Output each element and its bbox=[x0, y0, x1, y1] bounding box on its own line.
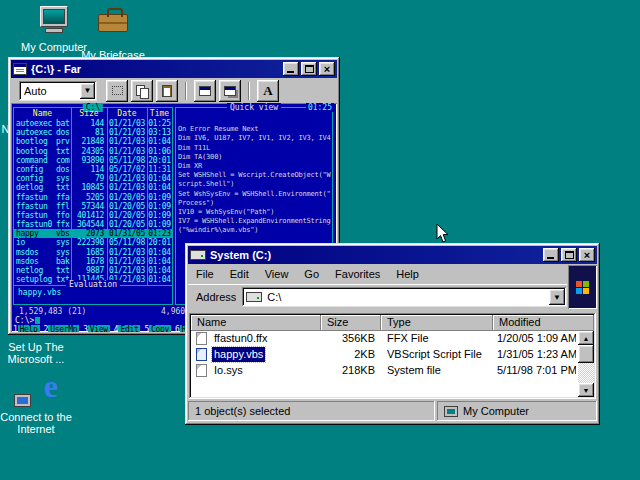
explorer-window: System (C:) × File Edit View Go Favorite… bbox=[185, 243, 600, 425]
menu-item[interactable]: Favorites bbox=[327, 266, 388, 282]
chevron-down-icon[interactable]: ▼ bbox=[549, 289, 565, 305]
column-header-type[interactable]: Type bbox=[381, 315, 493, 331]
file-row[interactable]: bootlogtxt2430501/21/0301:06 bbox=[14, 147, 172, 156]
scroll-down-button[interactable]: ▼ bbox=[578, 383, 594, 397]
window-properties-icon bbox=[199, 86, 211, 96]
explorer-titlebar[interactable]: System (C:) × bbox=[188, 246, 597, 264]
file-row[interactable]: configdos11405/17/0211:31 bbox=[14, 165, 172, 174]
menu-item[interactable]: File bbox=[188, 266, 222, 282]
copy-button[interactable] bbox=[131, 80, 153, 102]
code-line: ("%windir%\avm.vbs") bbox=[178, 226, 331, 235]
keybar-item[interactable]: 2UserMn bbox=[44, 325, 80, 332]
keybar-item[interactable]: 1Help bbox=[13, 325, 40, 332]
briefcase-icon bbox=[95, 14, 131, 46]
drive-icon bbox=[190, 250, 206, 260]
chevron-down-icon[interactable]: ▼ bbox=[80, 83, 95, 99]
file-list: autoexecbat14401/21/0301:25 autoexecdos8… bbox=[14, 119, 172, 284]
file-row[interactable]: configsys7901/21/0301:04 bbox=[14, 174, 172, 183]
windows-logo-icon bbox=[576, 281, 589, 294]
font-size-value: Auto bbox=[24, 85, 47, 97]
minimize-button[interactable] bbox=[283, 62, 299, 76]
scroll-up-button[interactable]: ▲ bbox=[578, 331, 594, 345]
far-file-panel[interactable]: C:\ Name Size Date Time autoexecbat14401… bbox=[13, 107, 173, 305]
keybar-item[interactable]: 3View bbox=[83, 325, 110, 332]
code-line: IV10 = WshSysEnv("Path") bbox=[178, 208, 331, 217]
drive-icon bbox=[246, 292, 262, 302]
my-computer-icon bbox=[444, 406, 458, 417]
paste-button[interactable] bbox=[156, 80, 178, 102]
toolbar-separator bbox=[248, 82, 250, 100]
desktop-icon-connect-internet[interactable]: e Connect to the Internet bbox=[0, 374, 72, 435]
column-header-modified[interactable]: Modified bbox=[493, 315, 594, 331]
code-line: Set WSHShell = Wscript.CreateObject("W bbox=[178, 171, 331, 180]
column-headers: Name Size Type Modified bbox=[191, 315, 594, 331]
file-row[interactable]: msdossys168501/21/0301:04 bbox=[14, 248, 172, 257]
command-line[interactable]: C:\> bbox=[15, 316, 40, 325]
desktop-icon-my-briefcase[interactable]: My Briefcase bbox=[77, 4, 149, 61]
close-button[interactable]: × bbox=[319, 62, 335, 76]
mark-button[interactable] bbox=[106, 80, 128, 102]
code-line: Dim IV6, U187, IV7, IV1, IV2, IV3, IV4 bbox=[178, 134, 331, 143]
file-row[interactable]: ffastunffl5734401/20/0501:09 bbox=[14, 202, 172, 211]
column-header-size[interactable]: Size bbox=[321, 315, 381, 331]
far-window-title: {C:\} - Far bbox=[31, 63, 283, 75]
file-row[interactable]: ffastunffa520501/20/0501:09 bbox=[14, 193, 172, 202]
file-row[interactable]: autoexecdos8101/21/0303:13 bbox=[14, 128, 172, 137]
code-line bbox=[178, 116, 331, 125]
maximize-button[interactable] bbox=[561, 248, 577, 262]
keybar-item[interactable]: 4Edit bbox=[114, 325, 141, 332]
file-row[interactable]: netlogtxt988701/21/0301:04 bbox=[14, 266, 172, 275]
desktop-icon-label: Set Up The Microsoft ... bbox=[0, 341, 72, 365]
menu-item[interactable]: Edit bbox=[222, 266, 257, 282]
font-size-combo[interactable]: Auto ▼ bbox=[19, 81, 97, 101]
background-button[interactable] bbox=[219, 80, 241, 102]
minimize-button[interactable] bbox=[543, 248, 559, 262]
keybar-item[interactable]: 5Copy bbox=[144, 325, 171, 332]
file-icon bbox=[196, 364, 207, 377]
file-rows: ffastun0.ffx 356KB FFX File 1/20/05 1:09… bbox=[191, 331, 578, 397]
quickview-title: Quick view bbox=[227, 103, 281, 112]
vertical-scrollbar[interactable]: ▲ ▼ bbox=[578, 331, 594, 397]
mouse-cursor bbox=[436, 223, 449, 247]
maximize-button[interactable] bbox=[301, 62, 317, 76]
file-row[interactable]: detlogtxt1084501/21/0301:04 bbox=[14, 183, 172, 192]
file-row[interactable]: ffastun0.ffx 356KB FFX File 1/20/05 1:09… bbox=[191, 331, 578, 347]
address-label: Address bbox=[196, 291, 236, 303]
code-line: Dim T11L bbox=[178, 144, 331, 153]
location-status: My Computer bbox=[437, 401, 597, 421]
address-bar: Address C:\ ▼ bbox=[188, 284, 567, 309]
code-line: On Error Resume Next bbox=[178, 125, 331, 134]
current-file-info: happy.vbs bbox=[18, 288, 61, 297]
far-titlebar[interactable]: {C:\} - Far × bbox=[11, 60, 337, 78]
scrollbar-thumb[interactable] bbox=[578, 345, 594, 363]
file-row[interactable]: iosys22239005/11/9820:01 bbox=[14, 238, 172, 247]
file-row[interactable]: ffastun0ffx36454401/20/0501:09 bbox=[14, 220, 172, 229]
windows-logo-box bbox=[568, 265, 597, 309]
selection-status: 1 object(s) selected bbox=[188, 401, 435, 421]
file-row[interactable]: bootlogprv2184801/21/0301:04 bbox=[14, 137, 172, 146]
explorer-window-title: System (C:) bbox=[210, 249, 543, 261]
close-button[interactable]: × bbox=[579, 248, 595, 262]
console-clock: 01:25 bbox=[306, 103, 334, 112]
menu-item[interactable]: Go bbox=[296, 266, 327, 282]
file-row[interactable]: autoexecbat14401/21/0301:25 bbox=[14, 119, 172, 128]
panel-column-headers: Name Size Date Time bbox=[14, 109, 172, 118]
file-row[interactable]: happyvbs207301/31/0501:23 bbox=[14, 229, 172, 238]
properties-button[interactable] bbox=[194, 80, 216, 102]
file-row[interactable]: commandcom9389005/11/9820:01 bbox=[14, 156, 172, 165]
menu-item[interactable]: Help bbox=[388, 266, 427, 282]
font-button[interactable]: A bbox=[257, 80, 279, 102]
file-row[interactable]: happy.vbs 2KB VBScript Script File 1/31/… bbox=[191, 347, 578, 363]
file-row[interactable]: ffastunffo40141201/20/0501:09 bbox=[14, 211, 172, 220]
column-header-name[interactable]: Name bbox=[191, 315, 321, 331]
file-row[interactable]: Io.sys 218KB System file 5/11/98 7:01 PM bbox=[191, 363, 578, 379]
code-line: Process") bbox=[178, 199, 331, 208]
file-row[interactable]: msdosbak167801/21/0301:04 bbox=[14, 257, 172, 266]
address-input[interactable]: C:\ ▼ bbox=[242, 287, 567, 307]
menu-item[interactable]: View bbox=[257, 266, 297, 282]
code-line: Dim TA(300) bbox=[178, 153, 331, 162]
quickview-content: On Error Resume Next Dim IV6, U187, IV7,… bbox=[178, 116, 331, 235]
file-list-view: Name Size Type Modified ffastun0.ffx 356… bbox=[189, 313, 596, 399]
evaluation-label: Evaluation bbox=[66, 280, 120, 289]
background-icon bbox=[224, 86, 236, 96]
